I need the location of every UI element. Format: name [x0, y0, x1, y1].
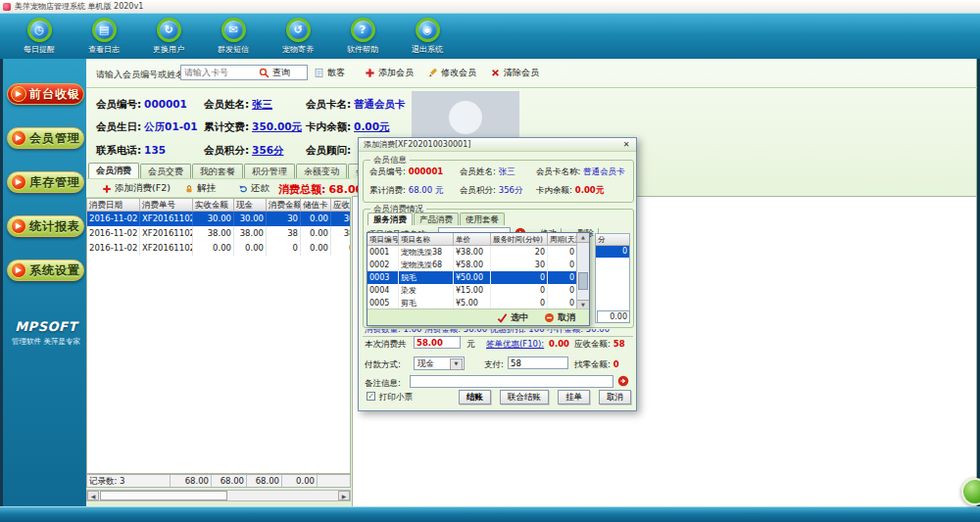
- cell: 30.00: [331, 212, 351, 226]
- sidebar-item-cashier[interactable]: ▶ 前台收银: [7, 83, 84, 105]
- tab-service-consume[interactable]: 服务消费: [368, 213, 413, 225]
- col-header[interactable]: 储值卡: [301, 199, 331, 212]
- select-button[interactable]: 选中: [497, 311, 528, 324]
- scrollbar-thumb[interactable]: [100, 491, 227, 500]
- cell: 30.00: [193, 212, 234, 226]
- sidebar-item-members[interactable]: ▶ 会员管理: [7, 127, 84, 149]
- scroll-right-arrow[interactable]: ▶: [338, 491, 350, 500]
- points-cell[interactable]: 0: [596, 246, 629, 258]
- list-item-selected[interactable]: 0003 脱毛 ¥50.00 0 0: [368, 271, 577, 284]
- sidebar-item-reports[interactable]: ▶ 统计报表: [7, 215, 84, 237]
- query-button[interactable]: 查询: [259, 65, 290, 81]
- scroll-up-arrow[interactable]: ▲: [577, 233, 589, 243]
- discount-link[interactable]: 签单优惠(F10):: [486, 339, 544, 351]
- col-header[interactable]: 消费单号: [140, 199, 193, 212]
- col-header[interactable]: 服务时间(分钟): [491, 233, 548, 246]
- cell: 染发: [399, 284, 454, 297]
- cell: 0004: [368, 284, 399, 297]
- toolbar-item-pet-boarding[interactable]: ↺ 宠物寄养: [272, 18, 323, 55]
- tab-points[interactable]: 积分管理: [244, 164, 295, 178]
- consume-table-header: 消费日期 消费单号 实收金额 现金 消费金额 储值卡 应收金额: [87, 199, 351, 212]
- play-icon: ▶: [11, 174, 26, 190]
- member-paid-value[interactable]: 350.00元: [252, 120, 302, 132]
- repay-button[interactable]: 还款: [238, 182, 270, 195]
- add-member-button[interactable]: 添加会员: [365, 65, 414, 81]
- toolbar-item-daily-reminder[interactable]: ◷ 每日提醒: [14, 18, 65, 55]
- release-hold-label: 解挂: [197, 182, 216, 195]
- pay-input[interactable]: [508, 356, 568, 369]
- sidebar-item-inventory[interactable]: ▶ 库存管理: [7, 171, 84, 193]
- member-points-value[interactable]: 356分: [252, 144, 283, 156]
- note-action-icon[interactable]: [617, 375, 629, 387]
- cell: 0: [548, 271, 577, 284]
- release-hold-button[interactable]: 解挂: [184, 182, 216, 195]
- member-birthday-field: 会员生日: 公历01-01: [96, 120, 198, 134]
- hold-order-button[interactable]: 挂单: [558, 390, 590, 404]
- dlg-member-balance: 卡内余额: 0.00元: [536, 185, 604, 197]
- payment-method-select[interactable]: 现金: [414, 356, 465, 370]
- joint-settle-button[interactable]: 联合结账: [500, 390, 549, 404]
- record-count: 记录数: 3: [87, 475, 171, 487]
- label: 累计消费:: [369, 185, 406, 195]
- table-row[interactable]: 2016-11-02 09: XF2016110200 0.00 0.00 0 …: [87, 241, 351, 256]
- scrollbar-thumb[interactable]: [578, 272, 588, 290]
- plus-icon: [102, 184, 112, 194]
- tab-product-consume[interactable]: 产品消费: [414, 213, 459, 225]
- horizontal-scrollbar[interactable]: ◀ ▶: [86, 490, 351, 501]
- app-window: 美萍宠物店管理系统 单机版 2020v1 ◷ 每日提醒 ▤ 查看日志 ↻ 更换用…: [0, 0, 980, 522]
- toolbar-item-group-sms[interactable]: ✉ 群发短信: [208, 18, 259, 55]
- clock-icon: ◷: [27, 18, 52, 42]
- cell: 0.00: [234, 241, 267, 256]
- table-row[interactable]: 2016-11-02 10: XF2016110200 30.00 30.00 …: [87, 212, 351, 226]
- sidebar-item-settings[interactable]: ▶ 系统设置: [7, 260, 84, 281]
- note-input[interactable]: [410, 375, 613, 388]
- col-header[interactable]: 消费日期: [87, 199, 140, 212]
- sidebar-item-label: 前台收银: [26, 86, 83, 103]
- tab-payment[interactable]: 会员交费: [140, 164, 191, 178]
- list-item[interactable]: 0002 宠物洗澡68 ¥58.00 30 0: [368, 259, 577, 271]
- cancel-select-button[interactable]: 取消: [544, 311, 575, 324]
- summary-text: 消费数量: 1.00 消费金额: 50.00 优惠折扣: 100 小计金额: 5…: [365, 329, 631, 335]
- cell: 38.00: [331, 226, 351, 241]
- search-label: 请输入会员编号或姓名:: [96, 69, 187, 81]
- col-header[interactable]: 周期(天): [548, 233, 577, 246]
- col-header[interactable]: 项目编号: [368, 233, 399, 246]
- cancel-button[interactable]: 取消: [599, 390, 631, 404]
- toolbar-item-exit[interactable]: ◉ 退出系统: [402, 18, 453, 55]
- settle-button[interactable]: 结账: [459, 390, 491, 404]
- col-header[interactable]: 项目名称: [399, 233, 454, 246]
- tab-use-package[interactable]: 使用套餐: [460, 213, 505, 225]
- toolbar-label: 退出系统: [412, 44, 443, 55]
- member-points-label: 会员积分:: [204, 144, 249, 156]
- member-balance-value[interactable]: 0.00元: [354, 120, 389, 132]
- toolbar-item-view-log[interactable]: ▤ 查看日志: [78, 18, 129, 55]
- table-row[interactable]: 2016-11-02 10: XF2016110200 38.00 38.00 …: [87, 226, 351, 241]
- walkin-button[interactable]: 散客: [314, 65, 345, 81]
- undo-arrow-icon: [238, 184, 248, 194]
- add-consume-button[interactable]: 添加消费(F2): [102, 182, 171, 195]
- list-item[interactable]: 0004 染发 ¥15.00 0 0: [368, 284, 577, 297]
- sidebar-item-label: 系统设置: [26, 262, 83, 279]
- edit-member-button[interactable]: 修改会员: [427, 65, 476, 81]
- close-icon[interactable]: ✕: [620, 139, 632, 151]
- col-header[interactable]: 实收金额: [193, 199, 234, 212]
- cell: 30.00: [234, 212, 267, 226]
- col-header[interactable]: 消费金额: [267, 199, 301, 212]
- clear-member-button[interactable]: 清除会员: [490, 65, 539, 81]
- tab-packages[interactable]: 我的套餐: [192, 164, 243, 178]
- popup-scrollbar[interactable]: ▲ ▼: [576, 233, 589, 309]
- col-header[interactable]: 应收金额: [331, 199, 351, 212]
- amount-total-box: 0.00: [597, 310, 630, 323]
- scroll-left-arrow[interactable]: ◀: [87, 491, 99, 500]
- member-name-value[interactable]: 张三: [252, 98, 272, 110]
- col-header[interactable]: 现金: [234, 199, 267, 212]
- list-item[interactable]: 0001 宠物洗澡38 ¥38.00 20 0: [368, 246, 577, 259]
- toolbar-item-switch-user[interactable]: ↻ 更换用户: [143, 18, 194, 55]
- toolbar-item-help[interactable]: ? 软件帮助: [337, 18, 388, 55]
- pay-total-input[interactable]: [414, 336, 461, 349]
- notepad-icon: [314, 68, 324, 78]
- brand-logo: MPSOFT: [3, 319, 89, 334]
- col-header[interactable]: 单价: [454, 233, 491, 246]
- tab-balance-changes[interactable]: 余额变动: [296, 164, 347, 178]
- tab-consume[interactable]: 会员消费: [88, 163, 139, 178]
